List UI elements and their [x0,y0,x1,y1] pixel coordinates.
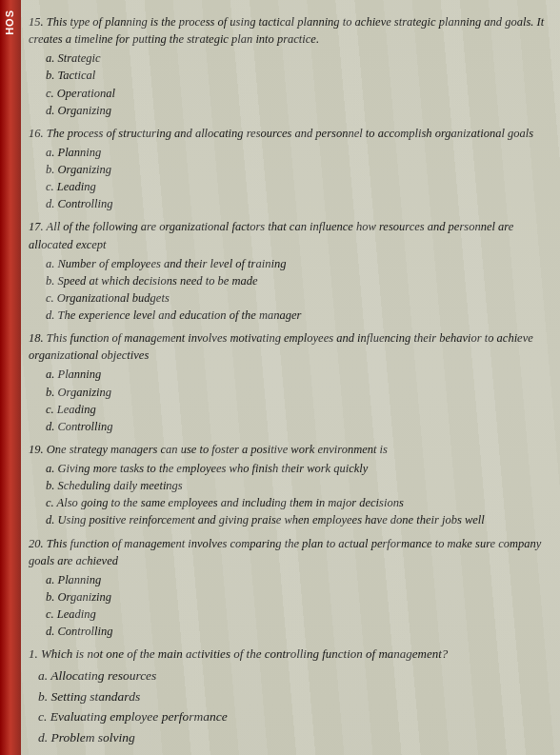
question-15: 15. This type of planning is the process… [29,13,547,119]
list-item: a. Planning [46,571,547,588]
list-item: a. Planning [46,366,547,383]
list-item: c. Leading [46,401,547,418]
q19-text: 19. One strategy managers can use to fos… [29,441,547,458]
q20-text: 20. This function of management involves… [29,535,547,569]
content-area: 15. This type of planning is the process… [21,8,556,751]
list-item: c. Organizational budgets [46,289,547,307]
list-item: b. Organizing [46,384,547,401]
list-item: b. Scheduling daily meetings [46,477,547,494]
q18-options: a. Planning b. Organizing c. Leading d. … [46,366,547,435]
q19-options: a. Giving more tasks to the employees wh… [46,460,547,529]
list-item: b. Setting standards [38,686,547,707]
question-20: 20. This function of management involves… [29,535,547,641]
q16-number: 16. [29,127,47,140]
list-item: d. The experience level and education of… [46,307,547,324]
list-item: a. Giving more tasks to the employees wh… [46,460,547,477]
red-spine: HOS [0,0,21,755]
list-item: b. Speed at which decisions need to be m… [46,272,547,289]
list-item: b. Organizing [46,588,547,606]
question-18: 18. This function of management involves… [29,329,547,435]
q21-number: 1. [29,646,41,661]
q21-text: 1. Which is not one of the main activiti… [29,646,547,664]
list-item: d. Problem solving [38,727,547,748]
list-item: a. Allocating resources [38,666,547,686]
list-item: d. Controlling [46,623,547,640]
q15-number: 15. [29,15,47,29]
q20-number: 20. [29,537,47,550]
question-19: 19. One strategy managers can use to fos… [29,441,547,529]
list-item: d. Controlling [46,195,547,212]
q21-options: a. Allocating resources b. Setting stand… [38,666,547,747]
q20-options: a. Planning b. Organizing c. Leading d. … [46,571,547,641]
list-item: d. Using positive reinforcement and givi… [46,511,547,528]
q15-options: a. Strategic b. Tactical c. Operational … [46,50,547,119]
question-16: 16. The process of structuring and alloc… [29,125,547,213]
q17-text: 17. All of the following are organizatio… [29,218,547,252]
q16-text: 16. The process of structuring and alloc… [29,125,547,142]
spine-label: HOS [4,10,15,35]
question-17: 17. All of the following are organizatio… [29,218,547,324]
list-item: c. Evaluating employee performance [38,706,547,727]
list-item: d. Controlling [46,418,547,435]
list-item: d. Organizing [46,102,547,119]
q16-options: a. Planning b. Organizing c. Leading d. … [46,144,547,213]
q15-text: 15. This type of planning is the process… [29,13,547,48]
q19-number: 19. [29,443,47,456]
page-container: HOS 15. This type of planning is the pro… [0,0,560,755]
list-item: c. Operational [46,85,547,102]
q17-options: a. Number of employees and their level o… [46,255,547,325]
q18-text: 18. This function of management involves… [29,329,547,364]
list-item: c. Also going to the same employees and … [46,494,547,511]
list-item: b. Organizing [46,161,547,178]
question-21: 1. Which is not one of the main activiti… [29,646,547,747]
list-item: c. Leading [46,606,547,623]
q17-number: 17. [29,220,47,233]
list-item: a. Planning [46,144,547,161]
list-item: b. Tactical [46,67,547,84]
q18-number: 18. [29,331,47,345]
list-item: c. Leading [46,178,547,195]
list-item: a. Strategic [46,50,547,67]
list-item: a. Number of employees and their level o… [46,255,547,272]
